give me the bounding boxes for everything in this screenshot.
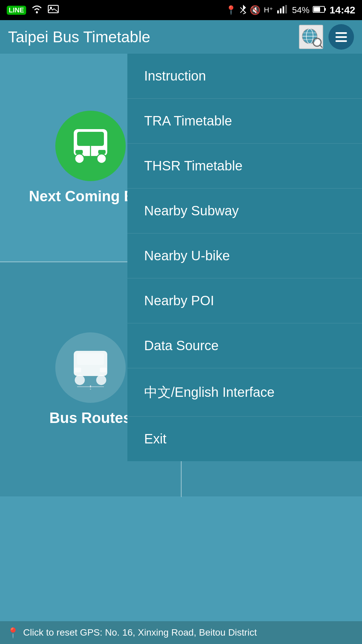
menu-item-tra-timetable[interactable]: TRA Timetable: [127, 99, 362, 144]
status-bar: LINE 📍: [0, 0, 362, 20]
gps-icon: 📍: [7, 627, 19, 639]
menu-item-nearby-subway[interactable]: Nearby Subway: [127, 189, 362, 233]
wifi-icon: [31, 4, 43, 16]
svg-rect-11: [325, 8, 326, 11]
globe-button[interactable]: [299, 25, 323, 49]
status-right-icons: 📍 🔇 H⁺ 54%: [226, 4, 355, 16]
menu-item-data-source[interactable]: Data Source: [127, 323, 362, 368]
menu-item-exit[interactable]: Exit: [127, 417, 362, 461]
menu-item-nearby-poi[interactable]: Nearby POI: [127, 278, 362, 323]
svg-point-19: [314, 40, 320, 45]
app-bar: Taipei Bus Timetable: [0, 20, 362, 54]
menu-item-instruction[interactable]: Instruction: [127, 54, 362, 99]
dropdown-menu: Instruction TRA Timetable THSR Timetable…: [127, 54, 362, 461]
bus-routes-icon-circle: [55, 332, 126, 403]
svg-rect-6: [280, 8, 282, 13]
bottom-bar[interactable]: 📍 Click to reset GPS: No. 16, Xinxing Ro…: [0, 621, 362, 644]
bluetooth-icon: [240, 4, 246, 16]
status-left-icons: LINE: [7, 4, 59, 16]
menu-item-nearby-ubike[interactable]: Nearby U-bike: [127, 233, 362, 278]
tile-label-bus-routes: Bus Routes: [49, 410, 131, 426]
menu-item-language[interactable]: 中文/English Interface: [127, 368, 362, 417]
location-status-icon: 📍: [226, 5, 236, 15]
svg-rect-23: [75, 150, 83, 154]
menu-item-thsr-timetable[interactable]: THSR Timetable: [127, 144, 362, 189]
svg-rect-5: [277, 10, 279, 13]
signal-icon: [277, 4, 289, 16]
svg-rect-31: [100, 368, 107, 372]
svg-point-0: [36, 11, 38, 13]
svg-rect-30: [74, 368, 81, 372]
svg-rect-10: [314, 7, 320, 12]
svg-rect-8: [285, 5, 287, 13]
svg-rect-29: [77, 353, 104, 365]
mute-icon: 🔇: [250, 5, 260, 15]
bus-icon-circle: [55, 111, 126, 181]
battery-text: 54%: [292, 5, 309, 15]
app-title: Taipei Bus Timetable: [8, 28, 150, 46]
gps-status-text: Click to reset GPS: No. 16, Xinxing Road…: [23, 627, 257, 638]
svg-point-32: [75, 375, 85, 385]
svg-point-33: [96, 375, 106, 385]
svg-rect-24: [98, 150, 106, 154]
status-time: 14:42: [329, 4, 355, 16]
image-icon: [48, 4, 59, 16]
svg-rect-7: [283, 6, 284, 13]
main-content: Next Coming Bus: [0, 54, 362, 644]
battery-icon: [313, 5, 326, 15]
app-bar-icons: [299, 24, 354, 50]
line-icon: LINE: [7, 6, 26, 15]
menu-button[interactable]: [328, 24, 354, 50]
hamburger-icon: [336, 32, 347, 42]
svg-point-25: [75, 154, 84, 163]
svg-point-26: [97, 154, 106, 163]
network-icon: H⁺: [264, 6, 273, 14]
svg-rect-22: [77, 132, 104, 146]
